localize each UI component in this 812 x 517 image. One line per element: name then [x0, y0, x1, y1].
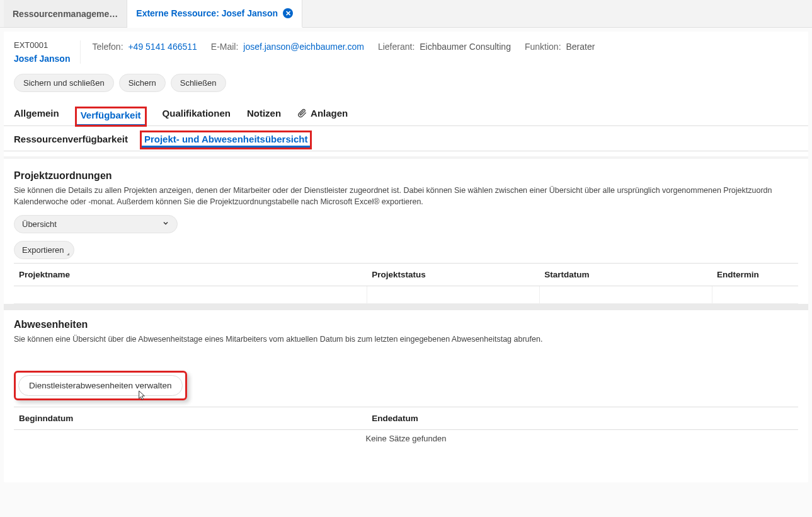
- table-row: [14, 286, 798, 304]
- page-content: EXT0001 Josef Janson Telefon: +49 5141 4…: [4, 32, 808, 482]
- close-button[interactable]: Schließen: [171, 74, 226, 92]
- absences-section: Abwesenheiten Sie können eine Übersicht …: [4, 310, 808, 451]
- close-icon[interactable]: ✕: [283, 8, 293, 18]
- save-button[interactable]: Sichern: [119, 74, 166, 92]
- col-project-status[interactable]: Projektstatus: [367, 264, 539, 286]
- identity-block: EXT0001 Josef Janson: [14, 40, 81, 64]
- top-tabs-bar: Ressourcenmanageme… Externe Ressource: J…: [0, 0, 812, 28]
- projects-section: Projektzuordnungen Sie können die Detail…: [4, 156, 808, 310]
- record-header: EXT0001 Josef Janson Telefon: +49 5141 4…: [4, 37, 808, 71]
- tab-notes[interactable]: Notizen: [247, 108, 281, 125]
- tab-label: Externe Ressource: Josef Janson: [136, 8, 278, 18]
- meta-row: Telefon: +49 5141 466511 E-Mail: josef.j…: [92, 40, 595, 52]
- meta-phone: Telefon: +49 5141 466511: [92, 42, 197, 52]
- meta-role: Funktion: Berater: [525, 42, 595, 52]
- supplier-value: Eichbaumer Consulting: [420, 42, 511, 52]
- col-end-date[interactable]: Endedatum: [367, 407, 719, 429]
- email-link[interactable]: josef.janson@eichbaumer.com: [243, 42, 364, 52]
- record-name[interactable]: Josef Janson: [14, 54, 70, 64]
- phone-label: Telefon:: [92, 42, 123, 52]
- export-button[interactable]: Exportieren: [14, 241, 74, 259]
- meta-email: E-Mail: josef.janson@eichbaumer.com: [211, 42, 364, 52]
- view-select[interactable]: Übersicht: [14, 215, 178, 233]
- col-begin-date[interactable]: Beginndatum: [14, 407, 367, 429]
- tab-attachments[interactable]: Anlagen: [297, 108, 348, 125]
- tab-qualifications[interactable]: Qualifikationen: [163, 108, 231, 125]
- role-value: Berater: [566, 42, 595, 52]
- action-toolbar: Sichern und schließen Sichern Schließen: [4, 71, 808, 100]
- projects-table: Projektname Projektstatus Startdatum End…: [14, 263, 798, 304]
- highlight-annotation: Dienstleisterabwesenheiten verwalten: [14, 371, 187, 400]
- save-and-close-button[interactable]: Sichern und schließen: [14, 74, 114, 92]
- paperclip-icon: [297, 108, 307, 118]
- role-label: Funktion:: [525, 42, 561, 52]
- chevron-down-icon: [162, 219, 169, 229]
- tab-availability[interactable]: Verfügbarkeit: [76, 107, 146, 126]
- subtab-project-absence-overview[interactable]: Projekt- und Abwesenheitsübersicht: [142, 132, 311, 148]
- divider: [4, 304, 808, 310]
- projects-description: Sie können die Details zu allen Projekte…: [14, 185, 798, 207]
- tab-resource-management[interactable]: Ressourcenmanageme…: [4, 0, 127, 27]
- email-label: E-Mail:: [211, 42, 239, 52]
- manage-absences-button[interactable]: Dienstleisterabwesenheiten verwalten: [18, 375, 183, 396]
- sub-tabs: Ressourcenverfügbarkeit Projekt- und Abw…: [4, 126, 808, 151]
- tab-general[interactable]: Allgemein: [14, 108, 59, 125]
- subtab-resource-availability[interactable]: Ressourcenverfügbarkeit: [14, 134, 128, 151]
- absences-table: Beginndatum Endedatum: [14, 407, 798, 430]
- col-project-name[interactable]: Projektname: [14, 264, 367, 286]
- cursor-icon: [136, 390, 146, 405]
- export-label: Exportieren: [22, 245, 64, 255]
- col-start-date[interactable]: Startdatum: [539, 264, 712, 286]
- projects-title: Projektzuordnungen: [14, 170, 798, 182]
- tab-attachments-label: Anlagen: [311, 108, 348, 119]
- empty-message: Keine Sätze gefunden: [14, 430, 798, 451]
- tab-external-resource[interactable]: Externe Ressource: Josef Janson ✕: [127, 0, 302, 28]
- meta-supplier: Lieferant: Eichbaumer Consulting: [378, 42, 511, 52]
- absences-description: Sie können eine Übersicht über die Abwes…: [14, 334, 798, 346]
- record-code: EXT0001: [14, 40, 70, 50]
- supplier-label: Lieferant:: [378, 42, 415, 52]
- view-select-value: Übersicht: [22, 219, 57, 229]
- absences-title: Abwesenheiten: [14, 319, 798, 330]
- tab-label: Ressourcenmanageme…: [13, 9, 118, 19]
- col-spacer: [720, 407, 799, 429]
- col-end-date[interactable]: Endtermin: [712, 264, 798, 286]
- section-tabs: Allgemein Verfügbarkeit Qualifikationen …: [4, 100, 808, 126]
- phone-link[interactable]: +49 5141 466511: [128, 42, 197, 52]
